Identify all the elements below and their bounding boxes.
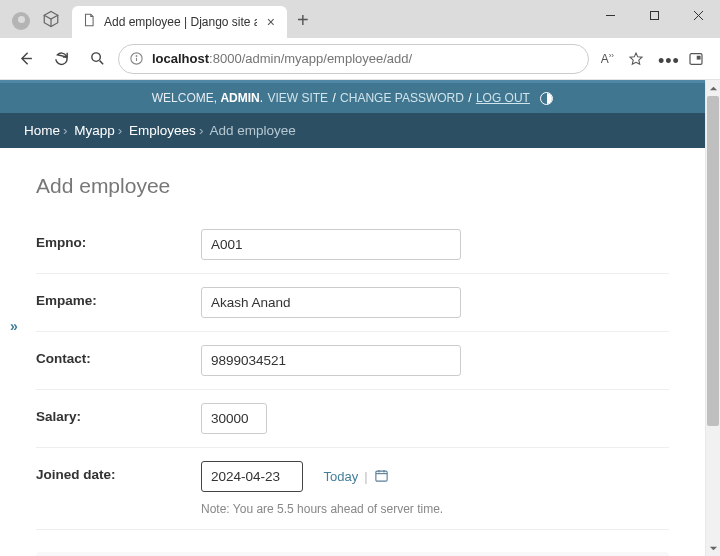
info-icon [129, 51, 144, 66]
breadcrumb: Home› Myapp› Employees› Add employee [0, 113, 705, 148]
search-button[interactable] [82, 44, 112, 74]
page-title: Add employee [36, 174, 669, 198]
input-salary[interactable] [201, 403, 267, 434]
profile-icon[interactable] [12, 12, 30, 30]
theme-toggle-icon[interactable] [540, 92, 553, 105]
logout-link[interactable]: LOG OUT [475, 91, 531, 105]
scroll-down-arrow[interactable] [706, 540, 720, 556]
welcome-text: WELCOME, [152, 91, 221, 105]
input-contact[interactable] [201, 345, 461, 376]
back-button[interactable] [10, 44, 40, 74]
field-row-joined-date: Joined date: Today | Note: You are 5.5 h… [36, 448, 669, 530]
breadcrumb-app[interactable]: Myapp [74, 123, 115, 138]
label-contact: Contact: [36, 345, 201, 366]
change-password-link[interactable]: CHANGE PASSWORD [339, 91, 465, 105]
field-row-contact: Contact: [36, 332, 669, 390]
breadcrumb-home[interactable]: Home [24, 123, 60, 138]
label-salary: Salary: [36, 403, 201, 424]
field-row-empno: Empno: [36, 216, 669, 274]
input-empame[interactable] [201, 287, 461, 318]
read-aloud-icon[interactable]: A›› [601, 51, 614, 66]
label-empame: Empame: [36, 287, 201, 308]
workspace-icon[interactable] [42, 10, 60, 32]
file-icon [82, 13, 96, 31]
favorite-icon[interactable] [628, 51, 644, 67]
svg-rect-12 [375, 471, 386, 481]
url-field[interactable]: localhost:8000/admin/myapp/employee/add/ [118, 44, 589, 74]
svg-rect-1 [650, 11, 658, 19]
minimize-button[interactable] [588, 0, 632, 30]
close-window-button[interactable] [676, 0, 720, 30]
field-row-salary: Salary: [36, 390, 669, 448]
more-menu-icon[interactable]: ••• [658, 51, 674, 67]
breadcrumb-model[interactable]: Employees [129, 123, 196, 138]
address-bar: localhost:8000/admin/myapp/employee/add/… [0, 38, 720, 80]
calendar-icon[interactable] [374, 468, 389, 486]
svg-line-6 [99, 61, 103, 65]
tab-title: Add employee | Django site adm [104, 15, 257, 29]
label-empno: Empno: [36, 229, 201, 250]
vertical-scrollbar[interactable] [705, 80, 720, 556]
svg-point-5 [91, 53, 100, 62]
timezone-note: Note: You are 5.5 hours ahead of server … [201, 502, 669, 516]
view-site-link[interactable]: VIEW SITE [266, 91, 329, 105]
current-user: ADMIN [220, 91, 259, 105]
url-text: localhost:8000/admin/myapp/employee/add/ [152, 51, 412, 66]
refresh-button[interactable] [46, 44, 76, 74]
sidebar-toggle-icon[interactable] [688, 51, 704, 67]
breadcrumb-current: Add employee [209, 123, 295, 138]
maximize-button[interactable] [632, 0, 676, 30]
window-titlebar: Add employee | Django site adm × + [0, 0, 720, 38]
input-empno[interactable] [201, 229, 461, 260]
today-link[interactable]: Today [323, 469, 358, 484]
svg-rect-11 [697, 56, 700, 59]
svg-point-9 [136, 56, 137, 57]
admin-user-tools: WELCOME, ADMIN. VIEW SITE / CHANGE PASSW… [0, 80, 705, 113]
submit-row: SAVE Save and add another Save and conti… [36, 552, 669, 556]
new-tab-button[interactable]: + [287, 9, 319, 38]
scroll-up-arrow[interactable] [706, 80, 720, 96]
input-joined-date[interactable] [201, 461, 303, 492]
browser-tab[interactable]: Add employee | Django site adm × [72, 6, 287, 38]
scroll-thumb[interactable] [707, 96, 719, 426]
label-joined-date: Joined date: [36, 461, 201, 482]
tab-close-icon[interactable]: × [265, 14, 277, 30]
field-row-empame: Empame: [36, 274, 669, 332]
